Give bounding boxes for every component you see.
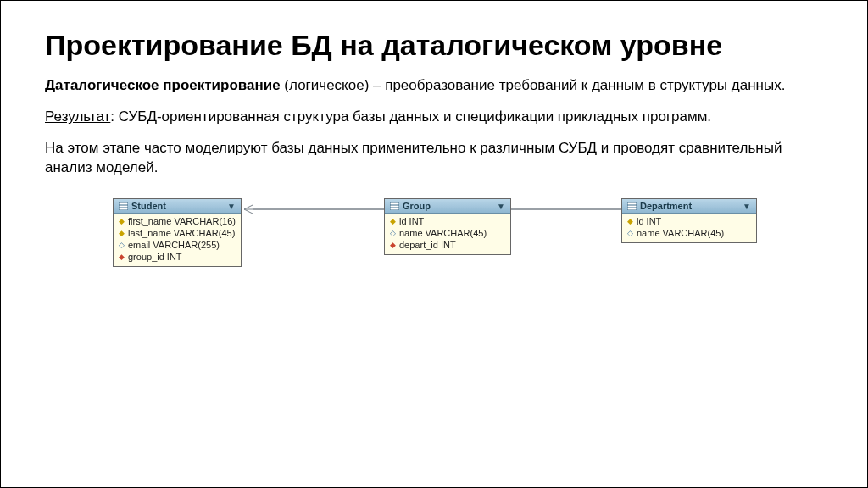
p1-bold: Даталогическое проектирование	[45, 77, 281, 93]
column-text: name VARCHAR(45)	[399, 228, 487, 238]
key-icon: ◆	[390, 217, 396, 225]
entity-group: Group ▼ ◆id INT ◇name VARCHAR(45) ◆depar…	[384, 198, 511, 255]
table-icon	[627, 202, 637, 210]
collapse-icon: ▼	[497, 202, 505, 211]
fk-icon: ◆	[119, 252, 125, 261]
column-row: ◆id INT	[622, 215, 756, 227]
column-row: ◇email VARCHAR(255)	[114, 239, 241, 251]
entity-title: Student	[131, 201, 166, 211]
paragraph-2: Результат: СУБД-ориентированная структур…	[45, 108, 823, 127]
connector-student-group	[253, 208, 384, 210]
entity-body-student: ◆first_name VARCHAR(16) ◆last_name VARCH…	[114, 214, 241, 266]
column-text: email VARCHAR(255)	[128, 240, 220, 250]
column-row: ◇name VARCHAR(45)	[622, 227, 756, 239]
column-row: ◆first_name VARCHAR(16)	[114, 215, 241, 227]
column-icon: ◇	[119, 241, 125, 249]
entity-body-group: ◆id INT ◇name VARCHAR(45) ◆depart_id INT	[385, 214, 510, 254]
entity-header-group: Group ▼	[385, 199, 510, 214]
table-icon	[119, 202, 128, 210]
column-text: group_id INT	[128, 252, 182, 262]
key-icon: ◆	[627, 217, 633, 225]
column-text: last_name VARCHAR(45)	[128, 228, 235, 238]
svg-rect-7	[390, 202, 399, 210]
er-diagram: Student ▼ ◆first_name VARCHAR(16) ◆last_…	[96, 190, 823, 334]
column-row: ◆group_id INT	[114, 251, 241, 263]
slide-frame: Проектирование БД на даталогическом уров…	[0, 0, 868, 488]
table-icon	[390, 202, 399, 210]
column-row: ◇name VARCHAR(45)	[385, 227, 510, 239]
crowfoot-icon	[244, 204, 253, 214]
entity-title: Group	[403, 201, 431, 211]
column-row: ◆depart_id INT	[385, 239, 510, 251]
column-text: id INT	[637, 216, 661, 226]
paragraph-3: На этом этапе часто моделируют базы данн…	[45, 139, 823, 178]
p2-rest: : СУБД-ориентированная структура базы да…	[110, 108, 711, 125]
column-text: depart_id INT	[399, 240, 456, 250]
column-text: first_name VARCHAR(16)	[128, 216, 236, 226]
entity-title: Department	[640, 201, 692, 211]
entity-header-student: Student ▼	[114, 199, 241, 214]
collapse-icon: ▼	[227, 202, 236, 211]
entity-student: Student ▼ ◆first_name VARCHAR(16) ◆last_…	[113, 198, 242, 267]
entity-body-department: ◆id INT ◇name VARCHAR(45)	[622, 214, 756, 242]
key-icon: ◆	[119, 229, 125, 237]
paragraph-1: Даталогическое проектирование (логическо…	[45, 76, 823, 96]
connector-group-department	[511, 208, 621, 210]
column-row: ◆last_name VARCHAR(45)	[114, 227, 241, 239]
collapse-icon: ▼	[743, 202, 751, 211]
entity-department: Department ▼ ◆id INT ◇name VARCHAR(45)	[621, 198, 757, 243]
svg-rect-10	[627, 202, 637, 210]
entity-header-department: Department ▼	[622, 199, 756, 214]
p1-rest: (логическое) – преобразование требований…	[281, 77, 786, 93]
svg-rect-4	[119, 202, 128, 210]
key-icon: ◆	[119, 217, 125, 225]
fk-icon: ◆	[390, 241, 396, 249]
page-title: Проектирование БД на даталогическом уров…	[45, 30, 823, 61]
column-text: id INT	[399, 216, 424, 226]
column-icon: ◇	[627, 229, 633, 237]
column-icon: ◇	[390, 229, 396, 237]
column-row: ◆id INT	[385, 215, 510, 227]
column-text: name VARCHAR(45)	[637, 228, 724, 238]
p2-label: Результат	[45, 108, 110, 125]
